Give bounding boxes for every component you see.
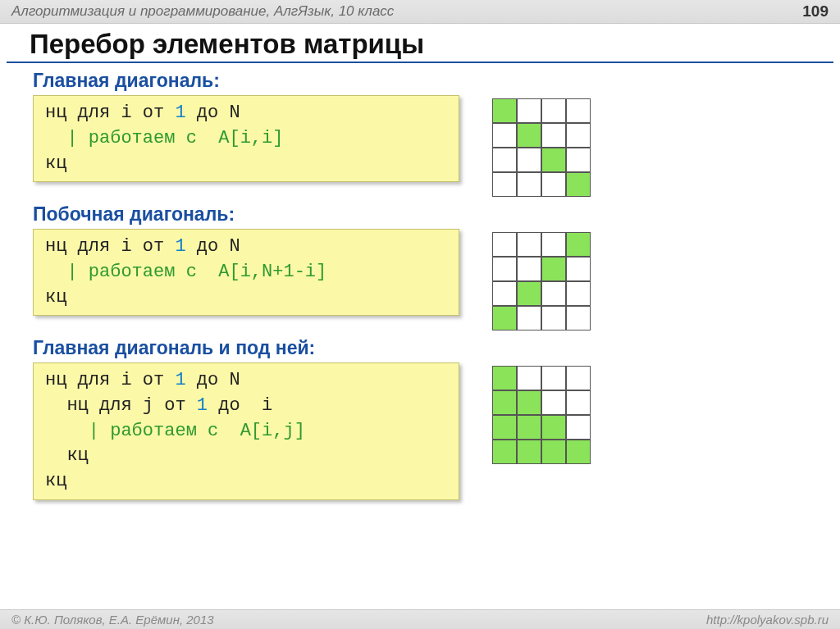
- breadcrumb: Алгоритмизация и программирование, АлгЯз…: [11, 3, 394, 20]
- matrix-cell: [566, 415, 591, 440]
- matrix-cell: [492, 232, 517, 257]
- code-box-main-diag: нц для i от 1 до N | работаем с A[i,i] к…: [33, 95, 459, 182]
- page-title: Перебор элементов матрицы: [7, 24, 833, 63]
- matrix-cell: [541, 306, 566, 330]
- code-line: | работаем с A[i,N+1-i]: [45, 260, 447, 285]
- matrix-cell: [541, 98, 566, 123]
- page-number: 109: [802, 2, 829, 21]
- code-line: кц: [45, 152, 447, 177]
- content: Главная диагональ: нц для i от 1 до N | …: [0, 70, 840, 500]
- matrix-cell: [541, 440, 566, 464]
- matrix-cell: [492, 123, 517, 148]
- matrix-cell: [566, 440, 591, 464]
- matrix-cell: [541, 123, 566, 148]
- matrix-cell: [517, 281, 541, 306]
- code-box-anti-diag: нц для i от 1 до N | работаем с A[i,N+1-…: [33, 229, 459, 316]
- matrix-cell: [566, 232, 591, 257]
- matrix-cell: [517, 172, 541, 197]
- matrix-cell: [517, 257, 541, 281]
- code-line: нц для j от 1 до i: [45, 394, 447, 419]
- code-line: | работаем с A[i,i]: [45, 126, 447, 152]
- matrix-cell: [566, 123, 591, 148]
- matrix-cell: [541, 232, 566, 257]
- section-row: нц для i от 1 до N нц для j от 1 до i | …: [33, 362, 825, 500]
- slide-header: Алгоритмизация и программирование, АлгЯз…: [0, 0, 840, 24]
- matrix-cell: [492, 415, 517, 440]
- matrix-cell: [517, 123, 541, 148]
- matrix-cell: [541, 415, 566, 440]
- matrix-cell: [566, 366, 591, 390]
- matrix-cell: [492, 257, 517, 281]
- slide-footer: © К.Ю. Поляков, Е.А. Ерёмин, 2013 http:/…: [0, 609, 840, 629]
- matrix-main-diag: [492, 98, 591, 197]
- code-line: нц для i от 1 до N: [45, 368, 447, 394]
- section-label-anti-diag: Побочная диагональ:: [33, 203, 825, 226]
- matrix-cell: [492, 440, 517, 464]
- code-line: кц: [45, 469, 447, 495]
- matrix-cell: [566, 257, 591, 281]
- code-line: нц для i от 1 до N: [45, 101, 447, 126]
- matrix-cell: [517, 366, 541, 390]
- matrix-cell: [541, 281, 566, 306]
- matrix-cell: [566, 281, 591, 306]
- matrix-cell: [492, 366, 517, 390]
- matrix-cell: [566, 98, 591, 123]
- matrix-cell: [517, 98, 541, 123]
- matrix-cell: [566, 148, 591, 172]
- section-label-main-diag: Главная диагональ:: [33, 70, 825, 92]
- code-line: нц для i от 1 до N: [45, 235, 447, 260]
- section-row: нц для i от 1 до N | работаем с A[i,i] к…: [33, 95, 825, 197]
- matrix-cell: [492, 148, 517, 172]
- copyright: © К.Ю. Поляков, Е.А. Ерёмин, 2013: [11, 613, 214, 627]
- matrix-cell: [517, 390, 541, 415]
- matrix-cell: [566, 390, 591, 415]
- matrix-cell: [541, 172, 566, 197]
- section-row: нц для i от 1 до N | работаем с A[i,N+1-…: [33, 229, 825, 330]
- code-line: кц: [45, 285, 447, 311]
- matrix-cell: [492, 306, 517, 330]
- matrix-cell: [517, 440, 541, 464]
- matrix-cell: [492, 98, 517, 123]
- matrix-cell: [517, 306, 541, 330]
- matrix-cell: [492, 281, 517, 306]
- matrix-anti-diag: [492, 232, 591, 330]
- source-url: http://kpolyakov.spb.ru: [706, 613, 829, 627]
- matrix-cell: [541, 390, 566, 415]
- code-line: кц: [45, 444, 447, 469]
- matrix-cell: [517, 148, 541, 172]
- matrix-cell: [492, 390, 517, 415]
- matrix-cell: [541, 366, 566, 390]
- section-label-lower-tri: Главная диагональ и под ней:: [33, 337, 825, 359]
- matrix-cell: [541, 148, 566, 172]
- matrix-cell: [566, 306, 591, 330]
- matrix-cell: [566, 172, 591, 197]
- code-line: | работаем с A[i,j]: [45, 419, 447, 444]
- matrix-cell: [541, 257, 566, 281]
- matrix-cell: [492, 172, 517, 197]
- matrix-lower-tri: [492, 366, 591, 464]
- code-box-lower-tri: нц для i от 1 до N нц для j от 1 до i | …: [33, 362, 459, 500]
- matrix-cell: [517, 415, 541, 440]
- matrix-cell: [517, 232, 541, 257]
